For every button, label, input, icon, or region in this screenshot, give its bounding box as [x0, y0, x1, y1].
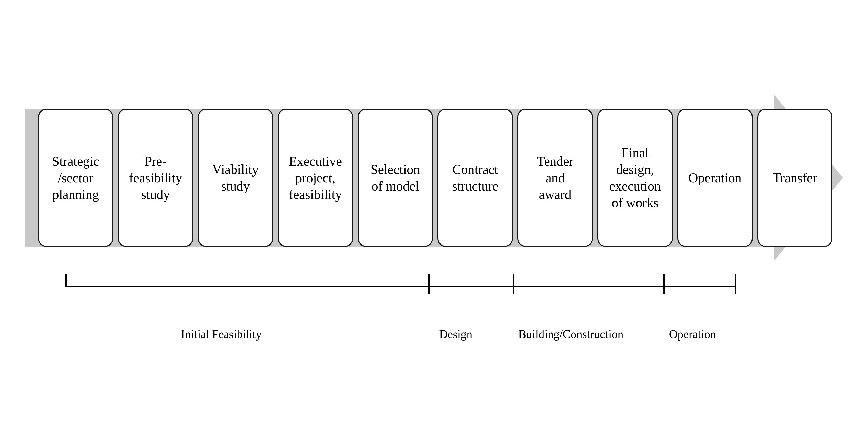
- arrow-background: Strategic/sectorplanningPre-feasibilitys…: [25, 95, 843, 261]
- stage-box-contract: Contractstructure: [437, 109, 513, 247]
- stage-box-pre-feasibility: Pre-feasibilitystudy: [118, 109, 193, 247]
- stage-box-selection: Selectionof model: [358, 109, 433, 247]
- stage-box-executive: Executiveproject,feasibility: [278, 109, 353, 247]
- label-initial-feasibility: Initial Feasibility: [181, 327, 262, 341]
- stages-container: Strategic/sectorplanningPre-feasibilitys…: [25, 95, 843, 261]
- stage-box-strategic: Strategic/sectorplanning: [38, 109, 114, 247]
- stage-box-tender: Tenderandaward: [518, 109, 593, 247]
- stage-box-operation: Operation: [677, 109, 753, 247]
- stage-box-final-design: Finaldesign,executionof works: [597, 109, 673, 247]
- stage-box-viability: Viabilitystudy: [198, 109, 273, 247]
- label-design: Design: [439, 327, 472, 341]
- label-operation-phase: Operation: [669, 327, 716, 341]
- label-building: Building/Construction: [519, 327, 623, 341]
- brackets-svg: [59, 271, 810, 327]
- bottom-section: Initial Feasibility Design Building/Cons…: [59, 271, 810, 327]
- diagram-wrapper: Strategic/sectorplanningPre-feasibilitys…: [25, 95, 843, 327]
- stage-box-transfer: Transfer: [757, 109, 833, 247]
